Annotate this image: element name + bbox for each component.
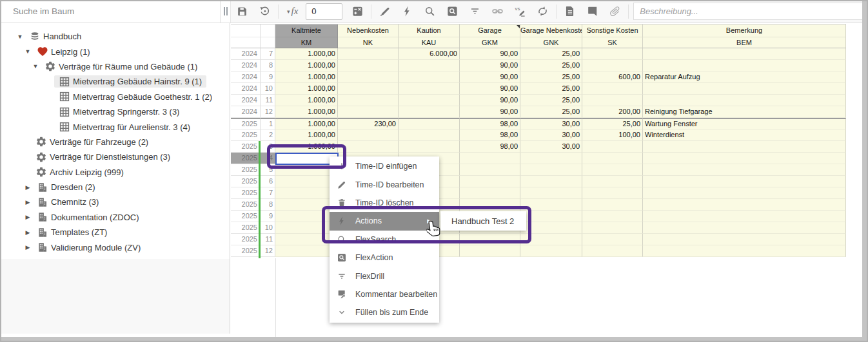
grid-cell[interactable]: 200,00 [582, 106, 643, 118]
grid-cell[interactable] [643, 234, 846, 245]
row-month[interactable]: 9 [261, 211, 275, 222]
row-year[interactable]: 2025 [231, 176, 261, 187]
grid-cell[interactable]: 25,00 [520, 83, 582, 95]
grid-cell[interactable]: Wartung Fenster [643, 118, 846, 129]
grid-cell[interactable] [399, 71, 460, 83]
expand-arrow-icon[interactable]: ▼ [31, 62, 40, 71]
tree-item[interactable]: ▼Verträge für Räume und Gebäude (1) [0, 59, 230, 74]
save-icon[interactable] [231, 0, 253, 23]
document-icon[interactable] [558, 0, 581, 23]
grid-cell[interactable] [338, 71, 399, 83]
row-month[interactable]: 7 [261, 48, 275, 60]
row-year[interactable]: 2025 [231, 222, 261, 234]
column-code-NK[interactable]: NK [338, 37, 399, 48]
grid-cell[interactable] [582, 199, 643, 211]
column-header-SK[interactable]: Sonstige Kosten [582, 24, 643, 37]
month-code-header[interactable] [261, 37, 275, 48]
row-month[interactable]: 11 [261, 95, 275, 106]
grid-cell[interactable] [399, 118, 460, 129]
grid-cell[interactable]: 90,00 [460, 106, 520, 118]
collapse-arrow-icon[interactable]: ▶ [23, 228, 32, 237]
expand-arrow-icon[interactable]: ▼ [23, 47, 32, 56]
row-month[interactable]: 8 [261, 60, 275, 71]
tree-item[interactable]: ▶Validierung Module (ZV) [0, 240, 230, 254]
column-code-GKM[interactable]: GKM [460, 37, 520, 48]
row-year[interactable]: 2025 [231, 164, 261, 176]
grid-cell[interactable] [338, 48, 399, 60]
grid-cell[interactable] [582, 211, 643, 222]
row-year[interactable]: 2025 [231, 141, 261, 153]
grid-cell[interactable]: 98,00 [460, 118, 520, 129]
grid-cell[interactable] [582, 234, 643, 245]
tree-item[interactable]: Mietvertrag für Aurelienstr. 3 (4) [0, 119, 230, 134]
grid-cell[interactable] [643, 164, 846, 176]
menu-item-time-id-bearbeiten[interactable]: Time-ID bearbeiten [330, 175, 439, 193]
vs-edit-icon[interactable]: vs [509, 0, 531, 23]
row-month[interactable]: 12 [261, 245, 275, 257]
grid-cell[interactable]: 1.000,00 [275, 106, 338, 118]
grid-cell[interactable] [643, 176, 846, 187]
column-header-NK[interactable]: Nebenkosten [338, 24, 399, 37]
bolt-icon[interactable] [396, 0, 419, 23]
grid-cell[interactable] [582, 95, 643, 106]
column-code-KM[interactable]: KM [275, 37, 338, 48]
grid-cell[interactable] [643, 211, 846, 222]
column-code-SK[interactable]: SK [582, 37, 643, 48]
grid-cell[interactable] [399, 129, 460, 141]
grid-cell[interactable]: 90,00 [460, 95, 520, 106]
grid-cell[interactable] [275, 176, 338, 187]
row-year[interactable]: 2025 [231, 211, 261, 222]
row-month[interactable]: 2 [261, 129, 275, 141]
calc-icon[interactable] [346, 0, 369, 23]
tree-item[interactable]: Mietvertrag Gebäude Goethestr. 1 (2) [0, 90, 230, 104]
tree-item[interactable]: ▶Dresden (2) [0, 180, 230, 195]
grid-cell[interactable] [643, 83, 846, 95]
vertical-scrollbar[interactable] [862, 0, 868, 342]
tree-item[interactable]: Verträge für Dienstleistungen (3) [0, 149, 230, 164]
month-header[interactable] [261, 24, 275, 37]
tree-item[interactable]: Mietvertrag Gebäude Hainstr. 9 (1) [0, 74, 230, 89]
column-header-KAU[interactable]: Kaution [399, 24, 460, 37]
grid-cell[interactable] [460, 164, 520, 176]
menu-item-flexdrill[interactable]: FlexDrill [330, 267, 439, 285]
grid-cell[interactable]: 25,00 [520, 71, 582, 83]
history-icon[interactable] [253, 0, 276, 23]
grid-cell[interactable] [520, 164, 582, 176]
grid-cell[interactable]: 25,00 [520, 60, 582, 71]
grid-cell[interactable] [338, 60, 399, 71]
tree-item[interactable]: ▶Dokumentation (ZDOC) [0, 210, 230, 225]
grid-cell[interactable]: 98,00 [460, 141, 520, 153]
tree-item[interactable]: Mietvertrag Springerstr. 3 (3) [0, 104, 230, 119]
row-month[interactable]: 7 [261, 187, 275, 199]
grid-cell[interactable] [582, 187, 643, 199]
grid-cell[interactable] [582, 60, 643, 71]
grid-cell[interactable] [460, 176, 520, 187]
row-month[interactable]: 10 [261, 83, 275, 95]
row-year[interactable]: 2025 [231, 187, 261, 199]
link-icon[interactable] [486, 0, 509, 23]
grid-cell[interactable] [275, 245, 338, 257]
search-icon[interactable] [419, 0, 441, 23]
tree-item[interactable]: ▼Handbuch [0, 29, 230, 44]
grid-cell[interactable] [643, 187, 846, 199]
grid-cell[interactable] [460, 245, 520, 257]
filter-icon[interactable] [464, 0, 486, 23]
value-input[interactable] [306, 3, 342, 20]
grid-cell[interactable] [520, 187, 582, 199]
tree-item[interactable]: ▶Chemnitz (3) [0, 195, 230, 209]
grid-cell[interactable]: 1.000,00 [275, 95, 338, 106]
grid-cell[interactable] [643, 199, 846, 211]
grid-cell[interactable] [582, 48, 643, 60]
grid-cell[interactable]: 30,00 [520, 141, 582, 153]
grid-cell[interactable] [643, 60, 846, 71]
grid-cell[interactable] [338, 106, 399, 118]
row-year[interactable]: 2024 [231, 83, 261, 95]
row-month[interactable]: 6 [261, 176, 275, 187]
grid-cell[interactable] [582, 245, 643, 257]
grid-cell[interactable] [643, 153, 846, 164]
menu-item-kommentar-bearbeiten[interactable]: Kommentar bearbeiten [330, 285, 439, 303]
description-input[interactable] [633, 3, 863, 20]
row-year[interactable]: 2025 [231, 153, 261, 164]
brush-icon[interactable] [373, 0, 396, 23]
grid-cell[interactable] [520, 245, 582, 257]
